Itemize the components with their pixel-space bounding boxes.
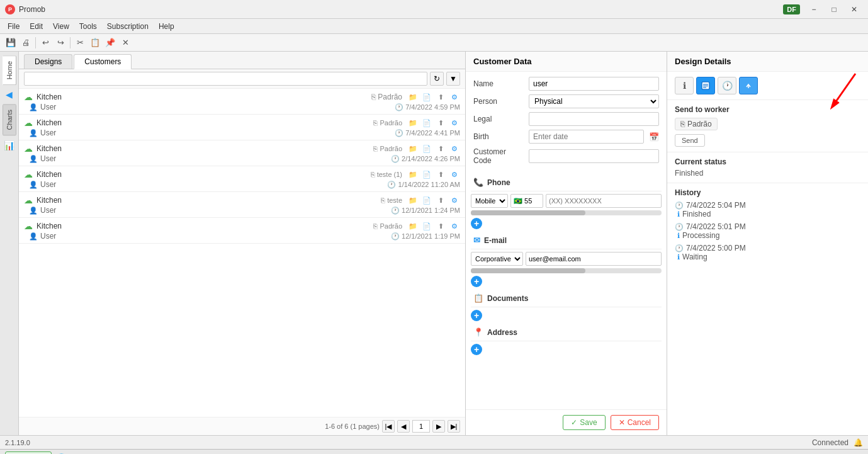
export-icon-4[interactable]: ⬆ <box>435 169 446 180</box>
cancel-button[interactable]: ✕ Cancel <box>611 415 659 430</box>
phone-input[interactable] <box>546 194 662 208</box>
folder-icon-4[interactable]: 📁 <box>407 169 419 180</box>
close-button[interactable]: ✕ <box>845 3 863 16</box>
email-input[interactable] <box>526 252 662 266</box>
user-row-5: 👤 User <box>29 206 56 215</box>
design-item-3[interactable]: ☁ Kitchen ⎘ Padrão 📁 📄 ⬆ ⚙ <box>19 140 465 166</box>
menu-view[interactable]: View <box>48 21 74 32</box>
folder-icon-1[interactable]: 📁 <box>407 91 419 103</box>
legal-input[interactable] <box>529 112 659 126</box>
page-input[interactable] <box>412 420 430 433</box>
design-actions-2: 📁 📄 ⬆ ⚙ <box>407 117 460 128</box>
toolbar-print[interactable]: 🖨 <box>19 36 33 50</box>
phone-type-select[interactable]: Mobile Home Work <box>471 194 508 208</box>
page-prev[interactable]: ◀ <box>397 420 410 433</box>
tab-designs[interactable]: Designs <box>24 54 72 69</box>
status-bar: 2.1.19.0 Connected 🔔 <box>0 435 868 449</box>
toolbar-undo[interactable]: ↩ <box>38 36 52 50</box>
design-item-6[interactable]: ☁ Kitchen ⎘ Padrão 📁 📄 ⬆ ⚙ <box>19 218 465 244</box>
page-last[interactable]: ▶| <box>448 420 460 433</box>
name-input[interactable] <box>529 77 659 91</box>
more-icon-3[interactable]: ⚙ <box>449 143 460 154</box>
export-icon-3[interactable]: ⬆ <box>435 143 446 154</box>
info-icon-1: ℹ <box>677 210 680 218</box>
code-input[interactable] <box>529 149 659 163</box>
maximize-button[interactable]: □ <box>825 3 843 16</box>
export-icon-5[interactable]: ⬆ <box>435 195 446 206</box>
more-icon-4[interactable]: ⚙ <box>449 169 460 180</box>
design-item-4[interactable]: ☁ Kitchen ⎘ teste (1) 📁 📄 ⬆ ⚙ <box>19 166 465 192</box>
toolbar-save[interactable]: 💾 <box>4 36 18 50</box>
save-button[interactable]: ✓ Save <box>563 415 605 430</box>
page-next[interactable]: ▶ <box>432 420 445 433</box>
add-phone-button[interactable]: + <box>471 218 482 229</box>
title-bar: P Promob DF − □ ✕ <box>0 0 868 19</box>
detail-info-btn[interactable]: ℹ <box>675 77 694 94</box>
more-icon-1[interactable]: ⚙ <box>449 91 460 103</box>
more-icon-2[interactable]: ⚙ <box>449 117 460 128</box>
export-icon-1[interactable]: ⬆ <box>435 91 446 103</box>
email-type-select[interactable]: Corporative Personal <box>471 252 523 266</box>
export-icon-2[interactable]: ⬆ <box>435 117 446 128</box>
copy-icon-1[interactable]: 📄 <box>421 91 432 103</box>
more-icon-6[interactable]: ⚙ <box>449 220 460 232</box>
filter-button[interactable]: ▼ <box>446 72 460 86</box>
history-status-3: ℹ Waiting <box>675 253 860 261</box>
toolbar-cut[interactable]: ✂ <box>73 36 87 50</box>
copy-icon-6[interactable]: 📄 <box>421 220 432 232</box>
calendar-icon[interactable]: 📅 <box>649 132 659 142</box>
copy-icon-2[interactable]: 📄 <box>421 117 432 128</box>
user-icon-1: 👤 <box>29 103 38 111</box>
detail-worker-btn[interactable] <box>696 77 715 94</box>
send-button[interactable]: Send <box>675 134 705 147</box>
folder-icon-6[interactable]: 📁 <box>407 220 419 232</box>
add-address-button[interactable]: + <box>471 344 482 355</box>
country-code-select[interactable]: 🇧🇷 55 <box>510 194 543 208</box>
user-row-1: 👤 User <box>29 103 56 111</box>
refresh-button[interactable]: ↻ <box>430 72 444 86</box>
design-item-1[interactable]: ☁ Kitchen ⎘ Padrão 📁 📄 ⬆ ⚙ <box>19 89 465 115</box>
menu-subscription[interactable]: Subscription <box>102 21 154 32</box>
design-item-5[interactable]: ☁ Kitchen ⎘ teste 📁 📄 ⬆ ⚙ <box>19 192 465 218</box>
status-value: Finished <box>675 169 860 178</box>
more-icon-5[interactable]: ⚙ <box>449 195 460 206</box>
minimize-button[interactable]: − <box>805 3 823 16</box>
history-time-1: 🕐 7/4/2022 5:04 PM <box>675 201 860 210</box>
add-email-button[interactable]: + <box>471 276 482 287</box>
clock-icon-2: 🕐 <box>675 223 684 231</box>
sidebar-tab-home[interactable]: Home <box>3 55 16 85</box>
folder-icon-5[interactable]: 📁 <box>407 195 419 206</box>
connect-button[interactable]: ● Connect <box>5 451 52 455</box>
design-item-2[interactable]: ☁ Kitchen ⎘ Padrão 📁 📄 ⬆ ⚙ <box>19 115 465 140</box>
folder-icon-2[interactable]: 📁 <box>407 117 419 128</box>
name-label: Name <box>473 79 524 88</box>
version-label: 2.1.19.0 <box>5 439 30 446</box>
sidebar-charts-icon[interactable]: 📊 <box>3 139 16 152</box>
sidebar-tab-charts[interactable]: Charts <box>3 104 16 135</box>
export-icon-6[interactable]: ⬆ <box>435 220 446 232</box>
info-icon-2: ℹ <box>677 232 680 240</box>
search-input[interactable] <box>24 72 427 86</box>
copy-icon-5[interactable]: 📄 <box>421 195 432 206</box>
copy-icon-4[interactable]: 📄 <box>421 169 432 180</box>
menu-edit[interactable]: Edit <box>25 21 48 32</box>
folder-icon-3[interactable]: 📁 <box>407 143 419 154</box>
tab-customers[interactable]: Customers <box>74 54 132 69</box>
menu-file[interactable]: File <box>3 21 25 32</box>
toolbar-copy[interactable]: 📋 <box>88 36 102 50</box>
menu-help[interactable]: Help <box>154 21 179 32</box>
sidebar-back-icon[interactable]: ◀ <box>3 88 16 101</box>
birth-input[interactable] <box>529 130 644 144</box>
detail-export-btn[interactable] <box>739 77 758 94</box>
menu-tools[interactable]: Tools <box>74 21 102 32</box>
toolbar-delete[interactable]: ✕ <box>118 36 132 50</box>
toolbar-paste[interactable]: 📌 <box>103 36 117 50</box>
email-scroll-track <box>471 268 662 273</box>
person-select[interactable]: Physical Legal <box>529 94 659 108</box>
page-first[interactable]: |◀ <box>382 420 395 433</box>
add-document-button[interactable]: + <box>471 310 482 321</box>
detail-history-btn[interactable]: 🕐 <box>718 77 736 94</box>
copy-icon-3[interactable]: 📄 <box>421 143 432 154</box>
toolbar-redo[interactable]: ↪ <box>54 36 67 50</box>
status-section-title: Current status <box>675 157 860 166</box>
